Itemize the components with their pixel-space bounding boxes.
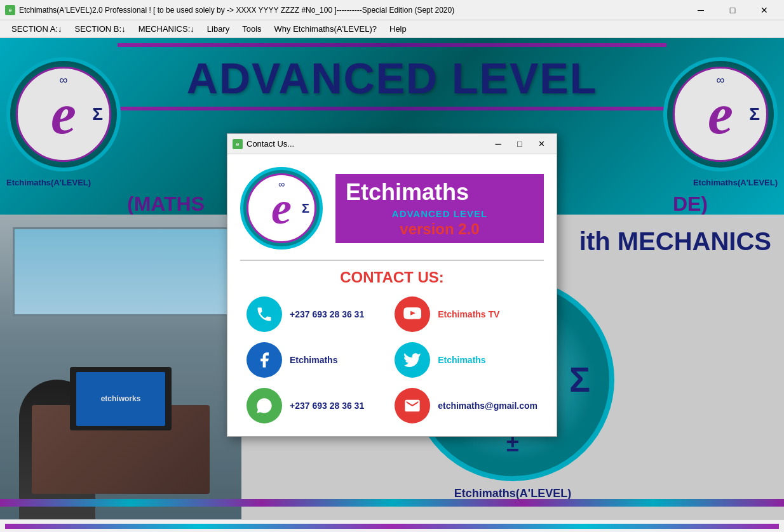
menu-why[interactable]: Why Etchimaths(A'LEVEL)? <box>268 22 383 36</box>
title-bar: e Etchimaths(A'LEVEL)2.0 Professional ! … <box>0 0 784 20</box>
main-content: ADVANCED LEVEL ∞ e Σ Etchimaths(A'LEVEL)… <box>0 38 784 519</box>
menu-section-a[interactable]: SECTION A:↓ <box>5 22 68 36</box>
contact-item-twitter: Etchimaths <box>395 342 537 378</box>
youtube-icon <box>395 296 430 332</box>
dialog-close-button[interactable]: ✕ <box>531 136 551 152</box>
title-bar-text: Etchimaths(A'LEVEL)2.0 Professional ! [ … <box>19 6 454 15</box>
whatsapp-label: +237 693 28 36 31 <box>290 401 364 411</box>
menu-help[interactable]: Help <box>383 22 413 36</box>
dialog-title: Contact Us... <box>247 139 294 149</box>
contact-us-title: CONTACT US: <box>240 269 544 286</box>
minimize-button[interactable]: ─ <box>686 1 715 19</box>
email-icon <box>395 388 430 423</box>
dialog-brand-sub: ADVANCED LEVEL <box>346 208 534 219</box>
dialog-logo-e: e <box>271 182 292 235</box>
twitter-icon <box>395 342 430 378</box>
title-bar-controls: ─ □ ✕ <box>686 1 779 19</box>
facebook-label: Etchimaths <box>290 355 337 365</box>
dialog-version: version 2.0 <box>346 220 534 238</box>
dialog-logo-inner: ∞ e Σ <box>247 173 316 243</box>
dialog-titlebar-left: e Contact Us... <box>233 139 294 149</box>
dialog-titlebar: e Contact Us... ─ □ ✕ <box>227 134 557 154</box>
dialog-logo-row: ∞ e Σ Etchimaths ADVANCED LEVEL version … <box>240 167 544 249</box>
dialog-logo-circle: ∞ e Σ <box>240 167 323 249</box>
status-bar <box>0 519 784 532</box>
menu-section-b[interactable]: SECTION B:↓ <box>68 22 132 36</box>
email-label: etchimaths@gmail.com <box>438 401 537 411</box>
menu-mechanics[interactable]: MECHANICS:↓ <box>132 22 201 36</box>
close-button[interactable]: ✕ <box>750 1 779 19</box>
dialog-brand-name: Etchimaths <box>346 179 534 206</box>
dialog-infinity-icon: ∞ <box>278 179 285 189</box>
menu-library[interactable]: Libary <box>201 22 236 36</box>
dialog-maximize-button[interactable]: □ <box>510 136 530 152</box>
contact-item-email: etchimaths@gmail.com <box>395 388 537 423</box>
contact-item-facebook: Etchimaths <box>247 342 382 378</box>
status-bar-gradient <box>5 524 779 529</box>
dialog-minimize-button[interactable]: ─ <box>488 136 508 152</box>
dialog-sigma-icon: Σ <box>302 201 309 216</box>
contact-item-phone: +237 693 28 36 31 <box>247 296 382 332</box>
contact-item-youtube: Etchimaths TV <box>395 296 537 332</box>
dialog-app-icon: e <box>233 139 243 149</box>
maximize-button[interactable]: □ <box>718 1 747 19</box>
dialog-controls: ─ □ ✕ <box>488 136 551 152</box>
youtube-label: Etchimaths TV <box>438 309 499 319</box>
facebook-icon <box>247 342 282 378</box>
phone-label: +237 693 28 36 31 <box>290 309 364 319</box>
contact-item-whatsapp: +237 693 28 36 31 <box>247 388 382 423</box>
whatsapp-icon <box>247 388 282 423</box>
app-icon: e <box>5 5 15 15</box>
dialog-divider <box>240 260 544 261</box>
phone-icon <box>247 296 282 332</box>
dialog-body: ∞ e Σ Etchimaths ADVANCED LEVEL version … <box>227 154 557 436</box>
menu-tools[interactable]: Tools <box>236 22 267 36</box>
contact-grid: +237 693 28 36 31 Etchimaths TV <box>240 296 544 423</box>
dialog-overlay: e Contact Us... ─ □ ✕ ∞ e Σ <box>0 38 784 519</box>
twitter-label: Etchimaths <box>438 355 485 365</box>
title-bar-left: e Etchimaths(A'LEVEL)2.0 Professional ! … <box>5 5 454 15</box>
menu-bar: SECTION A:↓ SECTION B:↓ MECHANICS:↓ Liba… <box>0 20 784 38</box>
contact-dialog: e Contact Us... ─ □ ✕ ∞ e Σ <box>227 133 557 437</box>
dialog-brand-box: Etchimaths ADVANCED LEVEL version 2.0 <box>335 174 544 243</box>
